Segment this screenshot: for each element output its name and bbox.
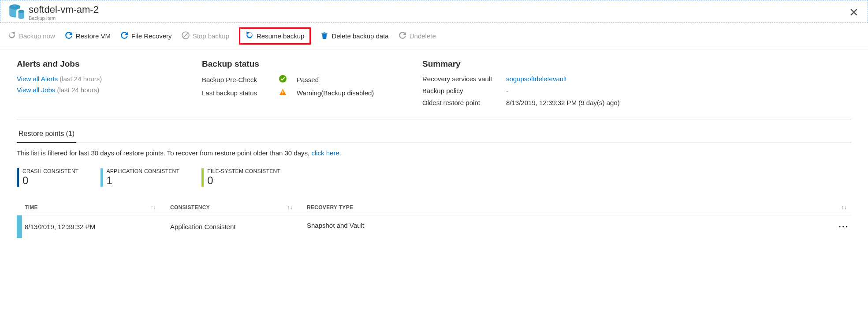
svg-rect-4 [283, 94, 283, 94]
stop-backup-button: Stop backup [182, 31, 229, 41]
vault-link[interactable]: sogupsoftdeletevault [506, 75, 620, 83]
summary-section: Summary Recovery services vault sogupsof… [422, 59, 620, 106]
undelete-icon [399, 31, 406, 41]
undelete-label: Undelete [410, 32, 436, 40]
stat-fs-label: FILE-SYSTEM CONSISTENT [207, 168, 280, 174]
sort-icon: ↑↓ [841, 204, 847, 211]
stat-app-label: APPLICATION CONSISTENT [106, 168, 179, 174]
alerts-section: Alerts and Jobs View all Alerts (last 24… [17, 59, 167, 106]
stat-fs: FILE-SYSTEM CONSISTENT 0 [201, 168, 280, 187]
view-alerts-link[interactable]: View all Alerts [17, 75, 58, 83]
restore-icon [65, 31, 73, 41]
backup-now-icon [8, 31, 16, 41]
cell-time: 8/13/2019, 12:39:32 PM [22, 215, 168, 238]
warning-icon [279, 88, 297, 97]
restore-vm-button[interactable]: Restore VM [65, 31, 111, 41]
sort-icon: ↑↓ [287, 204, 293, 211]
cell-recovery: Snapshot and Vault ··· [304, 215, 851, 238]
row-more-button[interactable]: ··· [838, 222, 849, 232]
table-row[interactable]: 8/13/2019, 12:39:32 PM Application Consi… [17, 215, 851, 238]
svg-line-1 [183, 33, 188, 38]
delete-backup-data-button[interactable]: Delete backup data [320, 31, 388, 41]
restore-vm-label: Restore VM [76, 32, 111, 40]
sort-icon: ↑↓ [150, 204, 156, 211]
resume-icon [246, 31, 253, 41]
command-bar: Backup now Restore VM File Recovery Stop… [0, 23, 868, 49]
oldest-value: 8/13/2019, 12:39:32 PM (9 day(s) ago) [506, 99, 620, 106]
precheck-label: Backup Pre-Check [202, 76, 279, 83]
title-block: softdel-vm-am-2 Backup Item [29, 4, 99, 21]
file-recovery-icon [120, 31, 128, 41]
resume-backup-button[interactable]: Resume backup [239, 27, 311, 45]
restore-points-table: TIME↑↓ CONSISTENCY↑↓ RECOVERY TYPE↑↓ 8/1… [17, 200, 851, 238]
backup-now-button: Backup now [8, 31, 55, 41]
filter-note: This list is filtered for last 30 days o… [17, 149, 851, 157]
consistency-stats: CRASH CONSISTENT 0 APPLICATION CONSISTEN… [17, 168, 851, 187]
oldest-label: Oldest restore point [422, 99, 506, 106]
page-subtitle: Backup Item [29, 15, 99, 21]
backup-now-label: Backup now [19, 32, 55, 40]
summary-sections: Alerts and Jobs View all Alerts (last 24… [17, 59, 851, 120]
backup-item-icon [8, 4, 24, 20]
col-consistency[interactable]: CONSISTENCY↑↓ [168, 200, 304, 215]
stat-app: APPLICATION CONSISTENT 1 [101, 168, 179, 187]
tab-restore-points[interactable]: Restore points (1) [17, 125, 76, 143]
alerts-heading: Alerts and Jobs [17, 59, 167, 69]
col-recovery[interactable]: RECOVERY TYPE↑↓ [304, 200, 851, 215]
svg-rect-3 [283, 90, 283, 93]
view-jobs-link[interactable]: View all Jobs [17, 86, 55, 94]
delete-backup-label: Delete backup data [332, 32, 388, 40]
tab-row: Restore points (1) [17, 125, 851, 143]
page-title: softdel-vm-am-2 [29, 4, 99, 15]
backup-status-heading: Backup status [202, 59, 387, 69]
precheck-value: Passed [297, 76, 387, 83]
stat-crash: CRASH CONSISTENT 0 [17, 168, 78, 187]
stop-backup-label: Stop backup [193, 32, 229, 40]
stat-crash-label: CRASH CONSISTENT [22, 168, 78, 174]
click-here-link[interactable]: click here. [311, 149, 341, 157]
policy-label: Backup policy [422, 87, 506, 94]
trash-icon [320, 31, 328, 41]
stat-fs-value: 0 [207, 174, 280, 187]
undelete-button: Undelete [399, 31, 436, 41]
stat-crash-value: 0 [22, 174, 78, 187]
filter-note-text: This list is filtered for last 30 days o… [17, 149, 311, 157]
file-recovery-button[interactable]: File Recovery [120, 31, 172, 41]
row-indicator [17, 215, 22, 238]
col-time[interactable]: TIME↑↓ [22, 200, 168, 215]
stat-app-value: 1 [106, 174, 179, 187]
file-recovery-label: File Recovery [131, 32, 172, 40]
check-pass-icon [279, 75, 297, 84]
summary-heading: Summary [422, 59, 620, 69]
vault-label: Recovery services vault [422, 75, 506, 83]
view-alerts-hint: (last 24 hours) [60, 75, 102, 83]
stop-icon [182, 31, 190, 41]
policy-value: - [506, 87, 620, 94]
close-icon[interactable]: ✕ [849, 6, 859, 19]
last-backup-label: Last backup status [202, 89, 279, 97]
last-backup-value: Warning(Backup disabled) [297, 89, 387, 97]
blade-header: softdel-vm-am-2 Backup Item ✕ [0, 0, 868, 23]
resume-backup-label: Resume backup [257, 32, 304, 40]
backup-status-section: Backup status Backup Pre-Check Passed La… [202, 59, 387, 106]
content-area: Alerts and Jobs View all Alerts (last 24… [0, 49, 868, 248]
view-jobs-hint: (last 24 hours) [57, 86, 99, 94]
cell-consistency: Application Consistent [168, 215, 304, 238]
